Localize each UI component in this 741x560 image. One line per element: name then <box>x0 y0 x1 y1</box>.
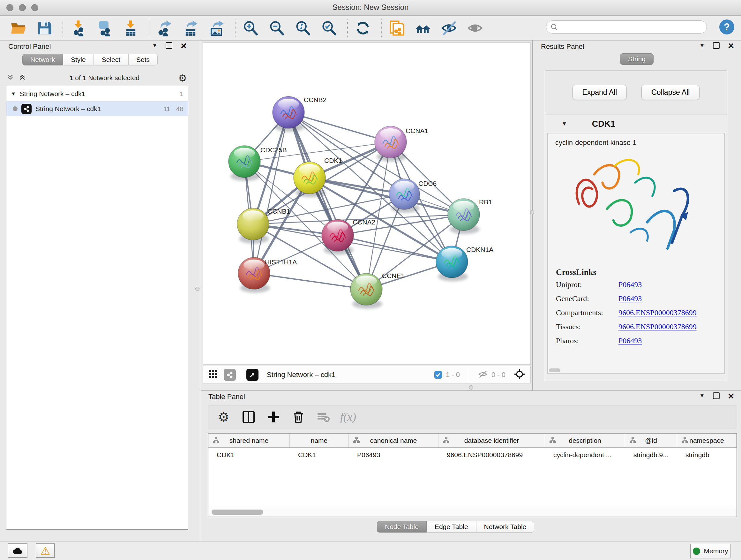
table-row[interactable]: CDK1CDK1P064939606.ENSP00000378699cyclin… <box>208 448 737 462</box>
float-panel-icon[interactable] <box>713 42 720 49</box>
hide-selected-icon[interactable] <box>441 19 458 37</box>
network-node-cdc25b[interactable]: CDC25B <box>228 145 287 181</box>
panel-menu-icon[interactable]: ▼ <box>699 43 704 49</box>
network-node-ccnb2[interactable]: CCNB2 <box>273 96 327 132</box>
save-session-icon[interactable] <box>36 19 53 37</box>
delete-column-icon[interactable] <box>290 408 307 426</box>
export-image-icon[interactable] <box>208 19 225 37</box>
network-node-rb1[interactable]: RB1 <box>448 198 492 234</box>
tab-sets[interactable]: Sets <box>128 54 158 65</box>
network-edge[interactable] <box>254 112 288 273</box>
collapse-all-icon[interactable] <box>6 73 14 82</box>
network-collection-row[interactable]: ▼ String Network – cdk1 1 <box>6 86 188 101</box>
protein-card-scrollbar[interactable] <box>549 368 560 372</box>
scrollbar-thumb[interactable] <box>212 509 263 515</box>
import-network-file-icon[interactable] <box>70 19 87 37</box>
import-table-file-icon[interactable] <box>122 19 139 37</box>
grid-view-icon[interactable] <box>208 369 218 380</box>
export-network-icon[interactable] <box>156 19 173 37</box>
network-share-icon[interactable] <box>224 369 236 381</box>
close-window-button[interactable] <box>6 4 13 11</box>
column-header-database-identifier[interactable]: database identifier <box>439 434 545 447</box>
refresh-view-icon[interactable] <box>354 19 372 37</box>
tab-select[interactable]: Select <box>94 54 128 65</box>
network-node-cdkn1a[interactable]: CDKN1A <box>436 246 493 281</box>
first-neighbors-icon[interactable] <box>414 19 431 37</box>
tab-style[interactable]: Style <box>63 54 94 65</box>
zoom-out-icon[interactable] <box>268 19 285 37</box>
search-input[interactable] <box>558 23 706 31</box>
column-header-description[interactable]: description <box>545 434 625 447</box>
import-network-database-icon[interactable] <box>96 19 113 37</box>
close-panel-icon[interactable]: × <box>728 43 734 49</box>
float-panel-icon[interactable] <box>713 392 720 399</box>
zoom-selected-icon[interactable] <box>320 19 338 37</box>
network-node-hist1h1a[interactable]: HIST1H1A <box>238 257 297 293</box>
tab-edge-table[interactable]: Edge Table <box>427 521 476 533</box>
search-bar[interactable] <box>546 20 707 34</box>
minimize-window-button[interactable] <box>19 4 26 11</box>
column-header--id[interactable]: @id <box>625 434 677 447</box>
warnings-button[interactable]: ⚠ <box>36 543 55 558</box>
close-panel-icon[interactable]: × <box>728 393 734 399</box>
show-details-eye-icon[interactable] <box>467 19 484 37</box>
table-horizontal-scrollbar[interactable] <box>209 508 736 516</box>
network-edge[interactable] <box>310 178 464 214</box>
add-column-icon[interactable] <box>265 408 282 426</box>
cloud-button[interactable] <box>8 543 27 558</box>
tab-node-table[interactable]: Node Table <box>377 521 427 533</box>
zoom-fit-icon[interactable] <box>294 19 312 37</box>
network-edge[interactable] <box>254 273 366 289</box>
collection-expander-icon[interactable]: ▼ <box>11 91 16 97</box>
protein-card-header[interactable]: ▼ CDK1 <box>545 115 727 133</box>
show-columns-icon[interactable] <box>240 408 257 426</box>
help-button[interactable]: ? <box>719 19 734 35</box>
tab-network[interactable]: Network <box>22 54 63 65</box>
float-panel-icon[interactable] <box>165 42 172 49</box>
collapse-entry-icon[interactable]: ▼ <box>562 121 567 127</box>
copy-style-icon[interactable] <box>388 19 405 37</box>
network-node-cdk1[interactable]: CDK1 <box>293 157 342 197</box>
network-node-ccna2[interactable]: CCNA2 <box>322 219 375 255</box>
panel-menu-icon[interactable]: ▼ <box>152 43 157 49</box>
birds-eye-toggle-icon[interactable] <box>514 368 525 381</box>
network-edge[interactable] <box>338 235 452 262</box>
expand-all-button[interactable]: Expand All <box>572 85 627 100</box>
export-table-icon[interactable] <box>182 19 199 37</box>
crosslink-link[interactable]: P06493 <box>618 280 642 289</box>
network-edge[interactable] <box>288 112 366 289</box>
zoom-in-icon[interactable] <box>242 19 259 37</box>
crosslink-link[interactable]: 9606.ENSP00000378699 <box>618 308 697 317</box>
selected-checkbox[interactable] <box>434 371 442 379</box>
network-options-gear-icon[interactable]: ⚙ <box>179 72 187 84</box>
tab-string[interactable]: String <box>620 53 654 65</box>
left-splitter-handle[interactable] <box>195 287 199 291</box>
network-node-cdc6[interactable]: CDC6 <box>389 179 436 212</box>
memory-button[interactable]: Memory <box>690 544 731 558</box>
network-row[interactable]: String Network – cdk1 11 48 <box>6 101 188 116</box>
title-bar: Session: New Session <box>0 0 741 16</box>
network-node-ccne1[interactable]: CCNE1 <box>350 272 405 309</box>
column-header-shared-name[interactable]: shared name <box>208 434 290 447</box>
crosslink-link[interactable]: P06493 <box>618 336 642 345</box>
table-options-gear-icon[interactable]: ⚙ <box>215 408 232 426</box>
maximize-window-button[interactable] <box>31 4 38 11</box>
crosslink-link[interactable]: P06493 <box>618 294 642 303</box>
column-header-name[interactable]: name <box>290 434 349 447</box>
right-splitter-handle[interactable] <box>530 210 534 214</box>
collapse-all-button[interactable]: Collapse All <box>642 85 699 100</box>
function-builder-icon[interactable]: f(x) <box>340 408 357 426</box>
tab-network-table[interactable]: Network Table <box>476 521 535 533</box>
crosslink-link[interactable]: 9606.ENSP00000378699 <box>618 322 697 331</box>
close-panel-icon[interactable]: × <box>181 43 187 49</box>
column-header-canonical-name[interactable]: canonical name <box>349 434 439 447</box>
network-node-ccna1[interactable]: CCNA1 <box>375 126 428 162</box>
expand-all-icon[interactable] <box>18 73 26 82</box>
delete-table-icon[interactable] <box>315 408 332 426</box>
network-canvas[interactable]: CCNB2CCNA1CDC25BCDK1CDC6RB1CCNB1CCNA2CDK… <box>203 43 531 365</box>
detach-view-icon[interactable] <box>246 369 259 381</box>
horizontal-splitter-handle[interactable] <box>469 385 473 389</box>
panel-menu-icon[interactable]: ▼ <box>699 393 704 399</box>
open-session-icon[interactable] <box>10 19 27 37</box>
column-header-namespace[interactable]: namespace <box>677 434 737 447</box>
